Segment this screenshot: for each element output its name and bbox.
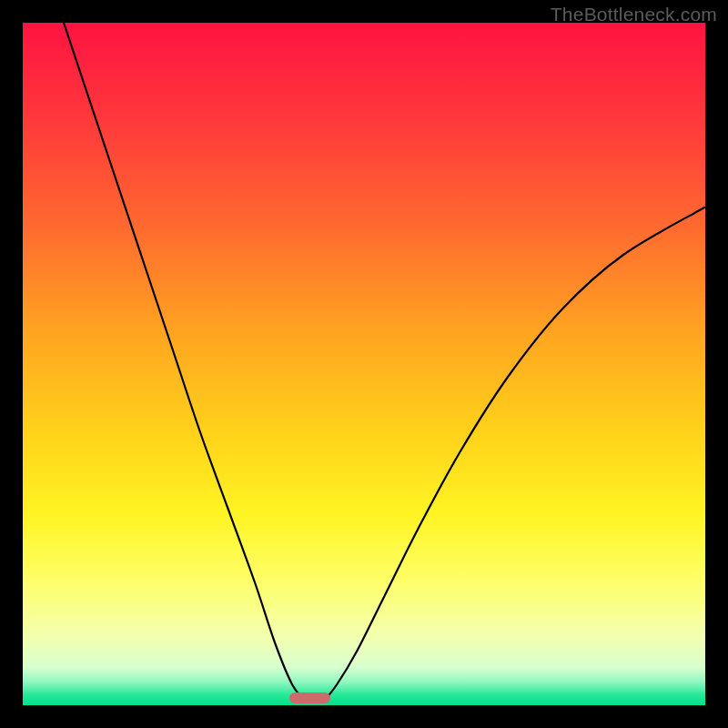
optimal-marker xyxy=(289,693,330,703)
frame: TheBottleneck.com xyxy=(0,0,728,728)
watermark-text: TheBottleneck.com xyxy=(551,4,717,25)
svg-rect-0 xyxy=(23,23,705,705)
plot-area xyxy=(23,23,705,705)
background-gradient xyxy=(23,23,705,705)
